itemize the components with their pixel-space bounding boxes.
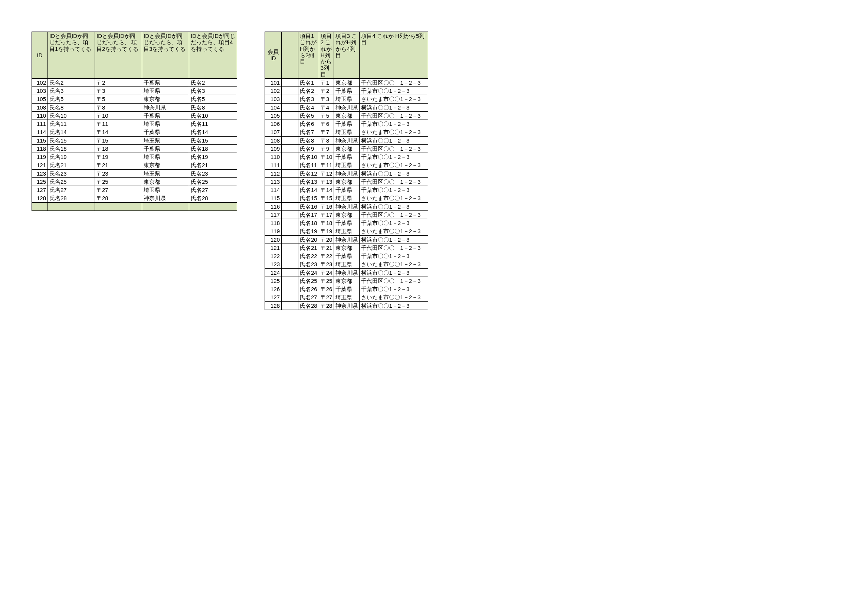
right-spacer bbox=[282, 268, 298, 276]
left-empty bbox=[32, 268, 237, 276]
left-id: 118 bbox=[32, 144, 48, 153]
left-blank-c4 bbox=[189, 202, 237, 211]
right-memberid: 124 bbox=[265, 268, 282, 276]
right-pref: 埼玉県 bbox=[334, 293, 360, 301]
right-pref: 神奈川県 bbox=[334, 202, 360, 211]
left-c1: 氏名23 bbox=[48, 169, 95, 177]
right-addr: さいたま市〇〇1－2－3 bbox=[360, 161, 428, 169]
left-c3: 埼玉県 bbox=[142, 136, 189, 144]
right-name: 氏名3 bbox=[298, 95, 319, 103]
right-pref: 神奈川県 bbox=[334, 103, 360, 112]
left-c3: 千葉県 bbox=[142, 78, 189, 87]
left-c3: 東京都 bbox=[142, 161, 189, 169]
right-postal: 〒26 bbox=[319, 285, 334, 293]
column-gap bbox=[237, 103, 265, 112]
left-c4: 氏名15 bbox=[189, 136, 237, 144]
left-c2: 〒18 bbox=[95, 144, 142, 153]
left-c1: 氏名10 bbox=[48, 112, 95, 119]
right-memberid: 103 bbox=[265, 95, 282, 103]
column-gap bbox=[237, 268, 265, 276]
left-c2: 〒27 bbox=[95, 186, 142, 194]
right-name: 氏名20 bbox=[298, 236, 319, 243]
right-addr: 千代田区〇〇 1－2－3 bbox=[360, 144, 428, 153]
left-c4: 氏名27 bbox=[189, 186, 237, 194]
right-addr: 千葉市〇〇1－2－3 bbox=[360, 120, 428, 128]
column-gap bbox=[237, 161, 265, 169]
column-gap bbox=[237, 194, 265, 202]
column-gap bbox=[237, 95, 265, 103]
right-name: 氏名13 bbox=[298, 177, 319, 186]
left-c2: 〒10 bbox=[95, 112, 142, 119]
right-spacer bbox=[282, 219, 298, 227]
left-c1: 氏名15 bbox=[48, 136, 95, 144]
column-gap bbox=[237, 276, 265, 285]
right-addr: 横浜市〇〇1－2－3 bbox=[360, 136, 428, 144]
right-pref: 埼玉県 bbox=[334, 161, 360, 169]
right-spacer bbox=[282, 211, 298, 219]
right-addr: さいたま市〇〇1－2－3 bbox=[360, 260, 428, 268]
right-header-item4: 項目4 これが H列から5列目 bbox=[360, 32, 428, 79]
left-c1: 氏名8 bbox=[48, 103, 95, 112]
right-pref: 千葉県 bbox=[334, 252, 360, 260]
right-pref: 東京都 bbox=[334, 177, 360, 186]
column-gap bbox=[237, 293, 265, 301]
right-addr: 千葉市〇〇1－2－3 bbox=[360, 219, 428, 227]
right-addr: 横浜市〇〇1－2－3 bbox=[360, 202, 428, 211]
right-spacer bbox=[282, 236, 298, 243]
left-blank-c2 bbox=[95, 202, 142, 211]
left-c3: 神奈川県 bbox=[142, 103, 189, 112]
right-pref: 千葉県 bbox=[334, 219, 360, 227]
right-name: 氏名14 bbox=[298, 186, 319, 194]
column-gap bbox=[237, 136, 265, 144]
right-addr: 千葉市〇〇1－2－3 bbox=[360, 153, 428, 161]
right-addr: 横浜市〇〇1－2－3 bbox=[360, 236, 428, 243]
left-c1: 氏名25 bbox=[48, 177, 95, 186]
right-pref: 埼玉県 bbox=[334, 128, 360, 136]
right-addr: さいたま市〇〇1－2－3 bbox=[360, 194, 428, 202]
right-postal: 〒14 bbox=[319, 186, 334, 194]
right-spacer bbox=[282, 252, 298, 260]
left-header-id: ID bbox=[32, 32, 48, 79]
column-gap bbox=[237, 120, 265, 128]
right-name: 氏名6 bbox=[298, 120, 319, 128]
left-c3: 埼玉県 bbox=[142, 87, 189, 95]
left-c2: 〒3 bbox=[95, 87, 142, 95]
left-header-col2: IDと会員IDが同じだったら、 項目2を持ってくる bbox=[95, 32, 142, 79]
left-id: 105 bbox=[32, 95, 48, 103]
left-id: 110 bbox=[32, 112, 48, 119]
left-blank-c3 bbox=[142, 202, 189, 211]
left-c1: 氏名5 bbox=[48, 95, 95, 103]
right-memberid: 121 bbox=[265, 243, 282, 252]
right-addr: 横浜市〇〇1－2－3 bbox=[360, 301, 428, 310]
spreadsheet-table: IDIDと会員IDが同じだったら、項目1を持ってくるIDと会員IDが同じだったら… bbox=[31, 31, 428, 310]
right-memberid: 127 bbox=[265, 293, 282, 301]
right-addr: 千代田区〇〇 1－2－3 bbox=[360, 243, 428, 252]
right-pref: 東京都 bbox=[334, 276, 360, 285]
left-empty bbox=[32, 236, 237, 243]
right-name: 氏名12 bbox=[298, 169, 319, 177]
right-pref: 東京都 bbox=[334, 78, 360, 87]
column-gap bbox=[237, 252, 265, 260]
left-empty bbox=[32, 293, 237, 301]
left-c3: 埼玉県 bbox=[142, 186, 189, 194]
left-c1: 氏名3 bbox=[48, 87, 95, 95]
right-spacer bbox=[282, 177, 298, 186]
right-postal: 〒24 bbox=[319, 268, 334, 276]
right-name: 氏名18 bbox=[298, 219, 319, 227]
left-id: 119 bbox=[32, 153, 48, 161]
column-gap bbox=[237, 227, 265, 236]
right-name: 氏名19 bbox=[298, 227, 319, 236]
left-c1: 氏名19 bbox=[48, 153, 95, 161]
right-postal: 〒11 bbox=[319, 161, 334, 169]
column-gap bbox=[237, 211, 265, 219]
right-spacer bbox=[282, 169, 298, 177]
right-spacer bbox=[282, 120, 298, 128]
right-header-item1: 項目1 これがH列から2列目 bbox=[298, 32, 319, 79]
right-spacer bbox=[282, 194, 298, 202]
left-id: 125 bbox=[32, 177, 48, 186]
right-pref: 神奈川県 bbox=[334, 236, 360, 243]
right-addr: 横浜市〇〇1－2－3 bbox=[360, 268, 428, 276]
right-name: 氏名10 bbox=[298, 153, 319, 161]
left-c1: 氏名11 bbox=[48, 120, 95, 128]
right-postal: 〒17 bbox=[319, 211, 334, 219]
